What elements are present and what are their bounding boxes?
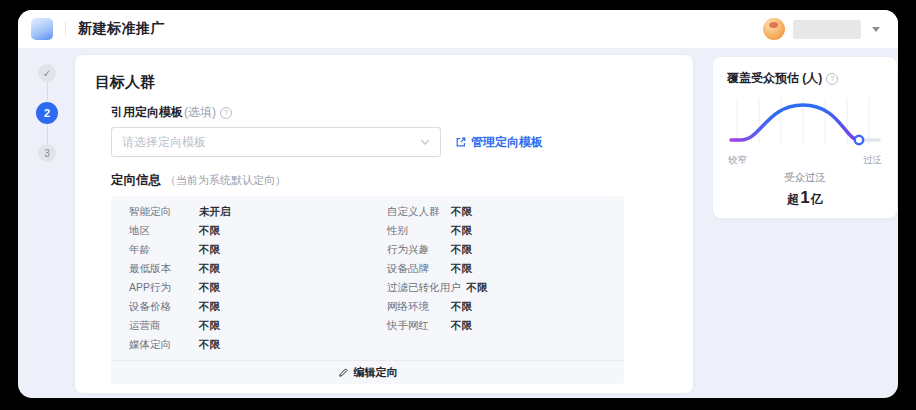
axis-label-broad: 过泛 <box>863 154 882 167</box>
optional-hint: (选填) <box>184 104 216 121</box>
help-icon[interactable]: ? <box>220 107 232 119</box>
targeting-row: 自定义人群 不限 <box>387 202 614 221</box>
targeting-row: 最低版本 不限 <box>129 259 387 278</box>
caret-down-icon[interactable] <box>872 27 880 32</box>
template-field-label-row: 引用定向模板 (选填) ? <box>111 104 673 121</box>
targeting-row: 性别 不限 <box>387 221 614 240</box>
estimate-title: 覆盖受众预估 (人) <box>727 70 822 87</box>
estimate-value-unit: 亿 <box>811 192 823 206</box>
page-title: 新建标准推广 <box>78 20 165 38</box>
targeting-row: 设备品牌 不限 <box>387 259 614 278</box>
pencil-icon <box>338 367 349 378</box>
targeting-row-value: 不限 <box>451 262 472 276</box>
targeting-row-label: 快手网红 <box>387 319 451 333</box>
audience-status-label: 受众过泛 <box>727 171 883 185</box>
targeting-row-value: 不限 <box>199 300 220 314</box>
step-1-done[interactable]: ✓ <box>38 64 56 82</box>
targeting-row-label: 性别 <box>387 224 451 238</box>
estimate-title-row: 覆盖受众预估 (人) ? <box>727 70 883 87</box>
user-menu[interactable] <box>763 18 880 40</box>
targeting-row-value: 不限 <box>199 319 220 333</box>
targeting-row-label: 自定义人群 <box>387 205 451 219</box>
edit-targeting-label: 编辑定向 <box>354 365 398 380</box>
step-3-pending[interactable]: 3 <box>38 144 56 162</box>
targeting-info-header: 定向信息 （当前为系统默认定向） <box>111 172 673 189</box>
stepper: ✓ 2 3 <box>36 64 58 162</box>
targeting-row-label: 年龄 <box>129 243 199 257</box>
page-body: ✓ 2 3 目标人群 引用定向模板 (选填) ? 请选择定向模板 <box>18 48 898 398</box>
targeting-row: 过滤已转化用户 不限 <box>387 278 614 297</box>
targeting-row: 年龄 不限 <box>129 240 387 259</box>
user-avatar[interactable] <box>763 18 785 40</box>
targeting-template-select[interactable]: 请选择定向模板 <box>111 127 441 157</box>
app-logo <box>31 18 53 40</box>
targeting-info-note: （当前为系统默认定向） <box>165 173 286 188</box>
audience-form: 引用定向模板 (选填) ? 请选择定向模板 <box>111 104 673 384</box>
targeting-row-value: 不限 <box>199 224 220 238</box>
bell-curve-path <box>731 105 859 140</box>
check-icon: ✓ <box>43 68 51 79</box>
user-name-pill[interactable] <box>793 20 861 39</box>
help-icon[interactable]: ? <box>826 73 838 85</box>
targeting-row-label: 地区 <box>129 224 199 238</box>
targeting-row: APP行为 不限 <box>129 278 387 297</box>
estimate-card: 覆盖受众预估 (人) ? <box>713 57 897 218</box>
targeting-row: 智能定向 未开启 <box>129 202 387 221</box>
axis-label-narrow: 较窄 <box>728 154 747 167</box>
manage-templates-link[interactable]: 管理定向模板 <box>455 134 543 151</box>
select-placeholder: 请选择定向模板 <box>122 134 206 151</box>
external-link-icon <box>455 136 467 148</box>
step-2-active[interactable]: 2 <box>36 102 58 124</box>
targeting-row: 设备价格 不限 <box>129 297 387 316</box>
targeting-row-label: 过滤已转化用户 <box>387 281 467 295</box>
targeting-row-value: 不限 <box>451 319 472 333</box>
header-divider <box>65 22 66 36</box>
estimate-value: 超1亿 <box>727 188 883 208</box>
step-connector <box>47 82 48 102</box>
edit-targeting-button[interactable]: 编辑定向 <box>111 361 624 384</box>
manage-templates-label: 管理定向模板 <box>471 134 543 151</box>
targeting-row-value: 不限 <box>451 205 472 219</box>
targeting-row: 媒体定向 不限 <box>129 335 387 354</box>
curve-marker[interactable] <box>855 136 863 144</box>
targeting-summary-left-column: 智能定向 未开启 地区 不限 年龄 不限 最低版本 不限 <box>129 202 387 354</box>
targeting-row-value: 不限 <box>199 262 220 276</box>
app-window: 新建标准推广 ✓ 2 3 目标人群 引用定向模板 (选填) ? <box>18 10 898 398</box>
audience-curve-chart: 较窄 过泛 受众过泛 超1亿 <box>727 95 883 208</box>
targeting-row-label: 运营商 <box>129 319 199 333</box>
estimate-value-number: 1 <box>799 188 810 207</box>
chevron-down-icon <box>420 139 430 145</box>
targeting-row-label: 设备品牌 <box>387 262 451 276</box>
targeting-row-label: APP行为 <box>129 281 199 295</box>
targeting-row-label: 行为兴趣 <box>387 243 451 257</box>
targeting-row-label: 网络环境 <box>387 300 451 314</box>
targeting-row-value: 不限 <box>199 243 220 257</box>
targeting-row: 行为兴趣 不限 <box>387 240 614 259</box>
step-connector <box>47 124 48 144</box>
targeting-row-label: 智能定向 <box>129 205 199 219</box>
top-header: 新建标准推广 <box>18 10 898 48</box>
targeting-row-label: 媒体定向 <box>129 338 199 352</box>
template-select-row: 请选择定向模板 管理定向模板 <box>111 127 673 157</box>
targeting-row-value: 不限 <box>451 300 472 314</box>
estimate-value-prefix: 超 <box>787 192 799 206</box>
targeting-row: 网络环境 不限 <box>387 297 614 316</box>
targeting-row-value: 不限 <box>199 338 220 352</box>
targeting-row: 快手网红 不限 <box>387 316 614 335</box>
targeting-row-value: 未开启 <box>199 205 231 219</box>
targeting-info-label: 定向信息 <box>111 172 161 189</box>
targeting-row-label: 最低版本 <box>129 262 199 276</box>
targeting-summary-columns: 智能定向 未开启 地区 不限 年龄 不限 最低版本 不限 <box>111 202 624 358</box>
targeting-row-value: 不限 <box>451 243 472 257</box>
section-title: 目标人群 <box>95 73 673 92</box>
targeting-summary-right-column: 自定义人群 不限 性别 不限 行为兴趣 不限 设备品牌 不限 <box>387 202 614 354</box>
targeting-row: 地区 不限 <box>129 221 387 240</box>
targeting-row-value: 不限 <box>451 224 472 238</box>
targeting-row-label: 设备价格 <box>129 300 199 314</box>
bell-curve-svg <box>727 95 883 149</box>
targeting-row: 运营商 不限 <box>129 316 387 335</box>
targeting-row-value: 不限 <box>199 281 220 295</box>
audience-card: 目标人群 引用定向模板 (选填) ? 请选择定向模板 <box>75 55 693 393</box>
targeting-summary-box: 智能定向 未开启 地区 不限 年龄 不限 最低版本 不限 <box>111 196 624 384</box>
curve-axis-labels: 较窄 过泛 <box>727 154 883 167</box>
